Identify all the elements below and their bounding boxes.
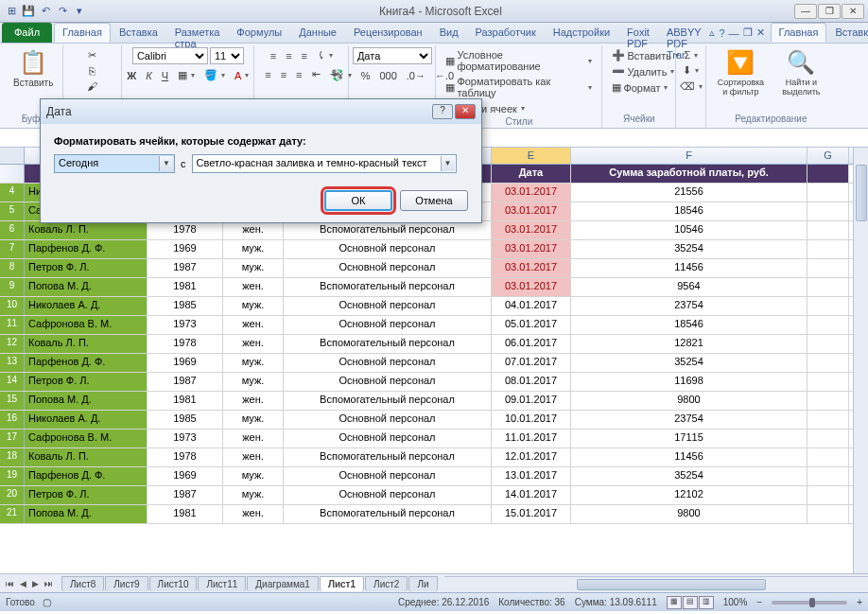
tab-6[interactable]: Вид <box>431 23 467 43</box>
cell-date[interactable]: 03.01.2017 <box>492 259 571 277</box>
cell-sum[interactable]: 35254 <box>571 467 807 485</box>
cell-category[interactable]: Вспомогательный персонал <box>284 221 492 239</box>
ribbon-minimize-icon[interactable]: ▵ <box>709 26 715 39</box>
sheet-last-icon[interactable]: ⏭ <box>43 579 55 588</box>
row-header[interactable]: 13 <box>0 354 25 372</box>
cell-empty[interactable] <box>807 202 849 220</box>
sheet-tab-Лист11[interactable]: Лист11 <box>198 576 246 591</box>
cell-sex[interactable]: жен. <box>223 221 284 239</box>
cell-year[interactable]: 1981 <box>148 392 223 410</box>
cell-year[interactable]: 1987 <box>148 259 223 277</box>
cell-year[interactable]: 1981 <box>148 505 223 523</box>
undo-icon[interactable]: ↶ <box>38 4 53 19</box>
save-icon[interactable]: 💾 <box>21 4 36 19</box>
cell-empty[interactable] <box>807 430 849 447</box>
tab-4[interactable]: Данные <box>290 23 345 43</box>
indent-dec[interactable]: ⇤ <box>308 66 324 82</box>
cell-category[interactable]: Основной персонал <box>284 373 492 391</box>
border-button[interactable]: ▦ <box>174 67 199 83</box>
cell-category[interactable]: Основной персонал <box>284 354 492 372</box>
tab-3[interactable]: Формулы <box>228 23 290 43</box>
cell-date[interactable]: 10.01.2017 <box>492 411 571 429</box>
cell-date[interactable]: 08.01.2017 <box>492 373 571 391</box>
conditional-format-button[interactable]: ▦ Условное форматирование <box>442 47 596 74</box>
zoom-slider[interactable] <box>772 601 847 605</box>
cell-date[interactable]: 04.01.2017 <box>492 297 571 315</box>
number-format-select[interactable]: Дата <box>353 47 432 64</box>
cell-category[interactable]: Основной персонал <box>284 411 492 429</box>
cell-date[interactable]: 03.01.2017 <box>492 184 571 202</box>
cell-date[interactable]: 03.01.2017 <box>492 221 571 239</box>
sheet-tab-Лист2[interactable]: Лист2 <box>365 576 408 591</box>
cell-year[interactable]: 1981 <box>148 278 223 296</box>
clear-button[interactable]: ⌫ <box>676 79 706 95</box>
format-as-table-button[interactable]: ▦ Форматировать как таблицу <box>442 74 596 100</box>
cell-sex[interactable]: муж. <box>223 240 284 258</box>
row-header[interactable]: 5 <box>0 202 25 220</box>
close-button[interactable]: ✕ <box>842 4 864 19</box>
paste-button[interactable]: 📋Вставить <box>9 47 57 90</box>
row-header[interactable]: 7 <box>0 240 25 258</box>
cell-name[interactable]: Сафронова В. М. <box>25 430 148 447</box>
find-select-button[interactable]: 🔍Найти и выделить <box>773 47 829 98</box>
sheet-tab-Лист9[interactable]: Лист9 <box>105 576 148 591</box>
align-left[interactable]: ≡ <box>261 67 274 82</box>
cell-date[interactable]: 13.01.2017 <box>492 467 571 485</box>
inc-decimal[interactable]: .0→ <box>403 68 429 83</box>
cell-year[interactable]: 1987 <box>148 373 223 391</box>
copy-button[interactable]: ⎘ <box>85 63 99 79</box>
tab-главная[interactable]: Главная <box>771 23 827 43</box>
cell-date[interactable]: 03.01.2017 <box>492 278 571 296</box>
sheet-tab-Лист8[interactable]: Лист8 <box>61 576 104 591</box>
select-all-corner[interactable] <box>0 148 25 164</box>
row-header[interactable]: 17 <box>0 430 25 447</box>
comma-button[interactable]: 000 <box>375 68 400 83</box>
cell-empty[interactable] <box>807 184 849 202</box>
cell-name[interactable]: Попова М. Д. <box>25 278 148 296</box>
tab-8[interactable]: Надстройки <box>545 23 618 43</box>
cell-sum[interactable]: 12102 <box>571 486 807 504</box>
cell-sum[interactable]: 23754 <box>571 297 807 315</box>
cell-empty[interactable] <box>807 240 849 258</box>
col-header-E[interactable]: E <box>492 148 571 164</box>
ok-button[interactable]: ОК <box>324 190 392 211</box>
autosum-button[interactable]: Σ <box>680 47 702 62</box>
macro-record-icon[interactable]: ▢ <box>43 597 51 607</box>
sheet-tab-Лист10[interactable]: Лист10 <box>149 576 198 591</box>
tab-10[interactable]: ABBYY PDF Trar <box>658 23 710 43</box>
cell-date[interactable]: 05.01.2017 <box>492 316 571 334</box>
row-header[interactable]: 10 <box>0 297 25 315</box>
mdi-restore-icon[interactable]: ❐ <box>743 26 753 39</box>
cell-category[interactable]: Вспомогательный персонал <box>284 392 492 410</box>
cell-sex[interactable]: муж. <box>223 297 284 315</box>
cell-name[interactable]: Попова М. Д. <box>25 505 148 523</box>
cell-year[interactable]: 1985 <box>148 411 223 429</box>
cell-empty[interactable] <box>807 259 849 277</box>
cell-sex[interactable]: муж. <box>223 354 284 372</box>
cell-year[interactable]: 1973 <box>148 316 223 334</box>
cell-sex[interactable]: муж. <box>223 411 284 429</box>
cell-name[interactable]: Николаев А. Д. <box>25 411 148 429</box>
cell-sum[interactable]: 9800 <box>571 392 807 410</box>
sheet-first-icon[interactable]: ⏮ <box>4 579 16 588</box>
sheet-tab-Диаграмма1[interactable]: Диаграмма1 <box>247 576 319 591</box>
cell-sex[interactable]: жен. <box>223 392 284 410</box>
cell-name[interactable]: Парфенов Д. Ф. <box>25 354 148 372</box>
cell-year[interactable]: 1969 <box>148 354 223 372</box>
cell-sum[interactable]: 18546 <box>571 202 807 220</box>
zoom-level[interactable]: 100% <box>723 597 748 607</box>
cell-sum[interactable]: 21556 <box>571 184 807 202</box>
underline-button[interactable]: Ч <box>158 68 172 83</box>
cell-year[interactable]: 1985 <box>148 297 223 315</box>
qat-dropdown-icon[interactable]: ▾ <box>72 4 87 19</box>
cell-sex[interactable]: муж. <box>223 467 284 485</box>
orientation-button[interactable]: ⤹ <box>313 47 337 63</box>
cell-empty[interactable] <box>807 316 849 334</box>
tab-1[interactable]: Вставка <box>111 23 166 43</box>
font-size-select[interactable]: 11 <box>210 47 244 64</box>
dialog-help-button[interactable]: ? <box>432 104 453 119</box>
cell-date[interactable]: 03.01.2017 <box>492 240 571 258</box>
cell-empty[interactable] <box>807 505 849 523</box>
currency-button[interactable]: 💱 <box>327 67 356 83</box>
cell-date[interactable]: 07.01.2017 <box>492 354 571 372</box>
